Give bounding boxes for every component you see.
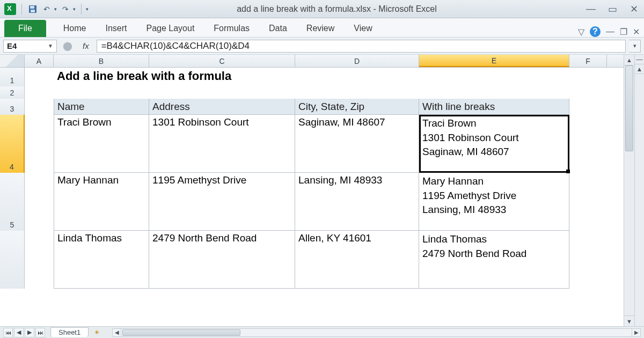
sheet-nav: ⏮ ◀ ▶ ⏭ xyxy=(0,328,48,337)
cell-D5[interactable]: Lansing, MI 48933 xyxy=(295,173,419,231)
column-header-row: A B C D E F xyxy=(0,55,624,68)
cancel-fx-placeholder: ⬤ xyxy=(63,41,72,51)
sheet-tab-sheet1[interactable]: Sheet1 xyxy=(50,327,89,337)
maximize-icon[interactable]: ▭ xyxy=(606,3,618,15)
select-all-box[interactable] xyxy=(0,55,25,67)
sheet-nav-prev-icon[interactable]: ◀ xyxy=(14,328,24,337)
worksheet[interactable]: A B C D E F 1 Add a line break with a fo… xyxy=(0,55,624,326)
tab-review[interactable]: Review xyxy=(297,20,344,37)
cell-D3[interactable]: City, State, Zip xyxy=(295,99,419,115)
tab-data[interactable]: Data xyxy=(259,20,297,37)
tab-view[interactable]: View xyxy=(344,20,382,37)
scroll-up-icon[interactable]: ▲ xyxy=(624,55,634,65)
help-icon[interactable]: ? xyxy=(590,26,601,37)
cell-D6[interactable]: Allen, KY 41601 xyxy=(295,231,419,289)
scroll-right-icon[interactable]: ▶ xyxy=(632,329,640,336)
wb-close-icon[interactable]: ✕ xyxy=(633,27,640,37)
formula-bar-expand-icon[interactable]: ▾ xyxy=(629,40,641,53)
cell-A2[interactable] xyxy=(25,86,54,99)
cell-A3[interactable] xyxy=(25,99,54,115)
save-icon[interactable] xyxy=(27,4,38,14)
scroll-thumb-h[interactable] xyxy=(122,329,240,336)
col-header-F[interactable]: F xyxy=(569,55,607,67)
sheet-nav-last-icon[interactable]: ⏭ xyxy=(35,328,45,337)
view-up-icon[interactable]: ▲ xyxy=(635,64,644,74)
row-header-2[interactable]: 2 xyxy=(0,86,25,99)
fx-icon[interactable]: fx xyxy=(78,41,93,50)
cell-E4[interactable]: Traci Brown 1301 Robinson Court Saginaw,… xyxy=(419,115,569,173)
cell-B2[interactable] xyxy=(54,86,537,99)
cell-C5[interactable]: 1195 Amethyst Drive xyxy=(149,173,295,231)
row-header-6[interactable] xyxy=(0,231,25,289)
col-header-B[interactable]: B xyxy=(54,55,149,67)
cell-E3[interactable]: With line breaks xyxy=(419,99,569,115)
close-icon[interactable]: ✕ xyxy=(628,3,640,15)
wb-minimize-icon[interactable]: — xyxy=(606,27,614,36)
new-sheet-icon[interactable]: ✶ xyxy=(91,328,103,337)
wb-restore-icon[interactable]: ❐ xyxy=(620,27,627,37)
split-bar[interactable]: — ▲ xyxy=(634,55,644,326)
row-header-5[interactable]: 5 xyxy=(0,173,25,231)
redo-dropdown-icon[interactable]: ▾ xyxy=(73,6,76,12)
scroll-down-icon[interactable]: ▼ xyxy=(624,315,634,326)
cell-C6[interactable]: 2479 North Bend Road xyxy=(149,231,295,289)
col-header-E[interactable]: E xyxy=(419,55,569,67)
status-bar: ⏮ ◀ ▶ ⏭ Sheet1 ✶ ◀ ▶ xyxy=(0,326,644,338)
redo-icon[interactable]: ↷ xyxy=(60,4,71,14)
file-tab[interactable]: File xyxy=(4,20,46,37)
row-header-3[interactable]: 3 xyxy=(0,99,25,115)
window-controls: — ▭ ✕ xyxy=(585,3,640,15)
horizontal-scrollbar[interactable]: ◀ ▶ xyxy=(112,328,641,337)
ribbon: File Home Insert Page Layout Formulas Da… xyxy=(0,18,644,38)
window-title: add a line break with a formula.xlsx - M… xyxy=(89,4,585,14)
undo-icon[interactable]: ↶ xyxy=(41,4,52,14)
cell-B6[interactable]: Linda Thomas xyxy=(54,231,149,289)
undo-dropdown-icon[interactable]: ▾ xyxy=(54,6,57,12)
formula-bar[interactable]: =B4&CHAR(10)&C4&CHAR(10)&D4 xyxy=(97,40,626,53)
tab-formulas[interactable]: Formulas xyxy=(204,20,259,37)
cell-C3[interactable]: Address xyxy=(149,99,295,115)
cell-E6[interactable]: Linda Thomas 2479 North Bend Road xyxy=(419,231,569,289)
cell-B1[interactable]: Add a line break with a formula xyxy=(54,68,537,86)
excel-app-icon[interactable] xyxy=(4,3,16,15)
sheet-nav-next-icon[interactable]: ▶ xyxy=(25,328,34,337)
formula-bar-row: E4 ▼ ⬤ fx =B4&CHAR(10)&C4&CHAR(10)&D4 ▾ xyxy=(0,38,644,55)
cell-A6[interactable] xyxy=(25,231,54,289)
minimize-icon[interactable]: — xyxy=(585,3,597,15)
cell-D4[interactable]: Saginaw, MI 48607 xyxy=(295,115,419,173)
tab-page-layout[interactable]: Page Layout xyxy=(136,20,204,37)
vertical-scrollbar[interactable]: ▲ ▼ xyxy=(624,55,634,326)
scroll-thumb-v[interactable] xyxy=(625,65,633,151)
cell-B5[interactable]: Mary Hannan xyxy=(54,173,149,231)
svg-rect-1 xyxy=(30,6,34,9)
split-box-icon[interactable]: — xyxy=(635,55,644,64)
svg-rect-2 xyxy=(31,10,35,12)
ribbon-minimize-icon[interactable]: ▽ xyxy=(578,27,584,37)
cell-B4[interactable]: Traci Brown xyxy=(54,115,149,173)
row-header-4[interactable]: 4 xyxy=(0,115,25,173)
cell-A4[interactable] xyxy=(25,115,54,173)
col-header-A[interactable]: A xyxy=(25,55,54,67)
cell-B3[interactable]: Name xyxy=(54,99,149,115)
tab-home[interactable]: Home xyxy=(54,20,96,37)
formula-bar-value: =B4&CHAR(10)&C4&CHAR(10)&D4 xyxy=(101,41,250,52)
name-box[interactable]: E4 ▼ xyxy=(3,40,57,53)
tab-insert[interactable]: Insert xyxy=(96,20,136,37)
cell-A5[interactable] xyxy=(25,173,54,231)
name-box-value: E4 xyxy=(7,41,17,50)
col-header-C[interactable]: C xyxy=(149,55,295,67)
cell-A1[interactable] xyxy=(25,68,54,86)
sheet-nav-first-icon[interactable]: ⏮ xyxy=(3,328,13,337)
cell-E5[interactable]: Mary Hannan 1195 Amethyst Drive Lansing,… xyxy=(419,173,569,231)
scroll-left-icon[interactable]: ◀ xyxy=(113,329,121,336)
cell-C4[interactable]: 1301 Robinson Court xyxy=(149,115,295,173)
col-header-D[interactable]: D xyxy=(295,55,419,67)
title-bar: ↶▾ ↷▾ ▾ add a line break with a formula.… xyxy=(0,0,644,18)
quick-access-toolbar: ↶▾ ↷▾ ▾ xyxy=(4,3,89,15)
name-box-dropdown-icon[interactable]: ▼ xyxy=(48,43,53,49)
row-header-1[interactable]: 1 xyxy=(0,68,25,86)
